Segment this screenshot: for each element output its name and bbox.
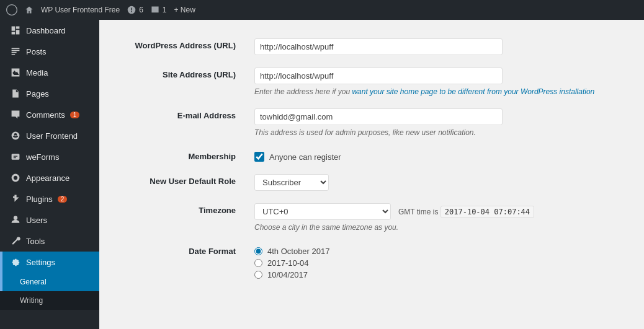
timezone-row-inner: UTC+0 UTC-5 UTC+1 UTC+8 GMT time is 2017… <box>254 203 627 220</box>
sidebar-item-tools[interactable]: Tools <box>0 230 99 252</box>
date-format-radio-2[interactable] <box>254 259 262 267</box>
frontend-icon <box>10 130 21 141</box>
wordpress-address-row: WordPress Address (URL) <box>112 32 632 61</box>
email-input[interactable] <box>254 108 503 125</box>
gmt-time-value: 2017-10-04 07:07:44 <box>441 206 534 218</box>
gmt-info: GMT time is 2017-10-04 07:07:44 <box>398 208 534 216</box>
date-format-row: Date Format 4th October 2017 2017-10-04 … <box>112 238 632 288</box>
date-format-option-3-row: 10/04/2017 <box>254 270 627 279</box>
sidebar-item-pages-label: Pages <box>26 89 49 99</box>
membership-label: Membership <box>112 143 248 168</box>
tools-icon <box>10 235 21 247</box>
default-role-field-cell: Subscriber Editor Author Contributor <box>248 168 632 197</box>
main-content: WordPress Address (URL) Site Address (UR… <box>99 20 644 329</box>
appearance-icon <box>10 172 21 183</box>
site-address-label: Site Address (URL) <box>112 61 248 102</box>
plugins-badge: 2 <box>58 196 68 203</box>
site-address-row: Site Address (URL) Enter the address her… <box>112 61 632 102</box>
timezone-help: Choose a city in the same timezone as yo… <box>254 223 627 232</box>
email-label: E-mail Address <box>112 102 248 143</box>
sidebar-item-weforms[interactable]: weForms <box>0 146 99 167</box>
site-address-field-cell: Enter the address here if you want your … <box>248 61 632 102</box>
sidebar-item-media[interactable]: Media <box>0 62 99 83</box>
sidebar-item-users[interactable]: Users <box>0 209 99 230</box>
sidebar-item-user-frontend-label: User Frontend <box>26 131 78 141</box>
anyone-can-register-checkbox[interactable] <box>254 152 264 162</box>
sidebar-item-appearance[interactable]: Appearance <box>0 167 99 188</box>
sidebar-submenu-general[interactable]: General <box>0 273 99 291</box>
sidebar: Dashboard Posts Media Pages Comments 1 U… <box>0 20 99 329</box>
sidebar-item-tools-label: Tools <box>26 237 45 246</box>
sidebar-item-posts-label: Posts <box>26 47 47 56</box>
sidebar-item-weforms-label: weForms <box>26 152 59 162</box>
sidebar-submenu-writing[interactable]: Writing <box>0 291 99 310</box>
site-name[interactable]: WP User Frontend Free <box>41 6 120 14</box>
default-role-row: New User Default Role Subscriber Editor … <box>112 168 632 197</box>
timezone-field-cell: UTC+0 UTC-5 UTC+1 UTC+8 GMT time is 2017… <box>248 197 632 238</box>
sidebar-item-plugins[interactable]: Plugins 2 <box>0 188 99 209</box>
timezone-select[interactable]: UTC+0 UTC-5 UTC+1 UTC+8 <box>254 203 391 220</box>
date-format-label-2: 2017-10-04 <box>267 258 309 268</box>
membership-field-cell: Anyone can register <box>248 143 632 168</box>
sidebar-item-user-frontend[interactable]: User Frontend <box>0 125 99 146</box>
sidebar-item-settings-label: Settings <box>26 258 55 267</box>
admin-bar: WP User Frontend Free 6 1 + New <box>0 0 644 20</box>
timezone-row: Timezone UTC+0 UTC-5 UTC+1 UTC+8 GMT tim… <box>112 197 632 238</box>
updates-link[interactable]: 6 <box>127 6 143 14</box>
comments-badge: 1 <box>70 112 80 118</box>
date-format-option-2-row: 2017-10-04 <box>254 258 627 268</box>
wordpress-address-field-cell <box>248 32 632 61</box>
email-row: E-mail Address This address is used for … <box>112 102 632 143</box>
membership-checkbox-row: Anyone can register <box>254 152 627 162</box>
date-format-radio-3[interactable] <box>254 271 262 279</box>
date-format-radio-1[interactable] <box>254 247 262 255</box>
date-format-field-cell: 4th October 2017 2017-10-04 10/04/2017 <box>248 238 632 288</box>
posts-icon <box>10 46 21 57</box>
sidebar-item-dashboard[interactable]: Dashboard <box>0 20 99 41</box>
wp-logo-link[interactable] <box>6 4 17 15</box>
site-address-help: Enter the address here if you want your … <box>254 87 627 96</box>
date-format-label-3: 10/04/2017 <box>267 270 308 279</box>
sidebar-item-dashboard-label: Dashboard <box>26 26 66 35</box>
home-link[interactable] <box>25 6 34 14</box>
svg-rect-0 <box>12 154 20 160</box>
email-help: This address is used for admin purposes,… <box>254 128 627 137</box>
date-format-label-1: 4th October 2017 <box>267 247 329 256</box>
sidebar-item-users-label: Users <box>26 216 47 225</box>
settings-form: WordPress Address (URL) Site Address (UR… <box>112 32 632 288</box>
site-address-help-link[interactable]: want your site home page to be different… <box>352 87 594 96</box>
date-format-option-1-row: 4th October 2017 <box>254 247 627 256</box>
sidebar-item-posts[interactable]: Posts <box>0 41 99 62</box>
default-role-select[interactable]: Subscriber Editor Author Contributor <box>254 174 329 191</box>
default-role-label: New User Default Role <box>112 168 248 197</box>
sidebar-item-comments-label: Comments <box>26 110 65 120</box>
anyone-can-register-label: Anyone can register <box>269 152 341 162</box>
wordpress-address-input[interactable] <box>254 38 503 55</box>
sidebar-item-settings[interactable]: Settings <box>0 252 99 273</box>
timezone-label: Timezone <box>112 197 248 238</box>
media-icon <box>10 67 21 78</box>
writing-submenu-label: Writing <box>20 296 43 305</box>
comments-icon <box>10 109 21 120</box>
general-submenu-label: General <box>20 278 47 286</box>
users-icon <box>10 214 21 226</box>
settings-icon <box>10 257 21 268</box>
new-content-link[interactable]: + New <box>174 6 195 14</box>
sidebar-item-appearance-label: Appearance <box>26 173 69 183</box>
weforms-icon <box>10 151 21 162</box>
comments-link[interactable]: 1 <box>151 6 167 14</box>
sidebar-item-media-label: Media <box>26 68 48 77</box>
sidebar-item-plugins-label: Plugins <box>26 195 53 204</box>
plugins-icon <box>10 193 21 204</box>
pages-icon <box>10 88 21 99</box>
membership-row: Membership Anyone can register <box>112 143 632 168</box>
site-address-input[interactable] <box>254 68 503 84</box>
sidebar-item-pages[interactable]: Pages <box>0 83 99 104</box>
date-format-label: Date Format <box>112 238 248 288</box>
wordpress-address-label: WordPress Address (URL) <box>112 32 248 61</box>
settings-submenu: General Writing <box>0 273 99 310</box>
sidebar-item-comments[interactable]: Comments 1 <box>0 104 99 125</box>
dashboard-icon <box>10 25 21 36</box>
email-field-cell: This address is used for admin purposes,… <box>248 102 632 143</box>
